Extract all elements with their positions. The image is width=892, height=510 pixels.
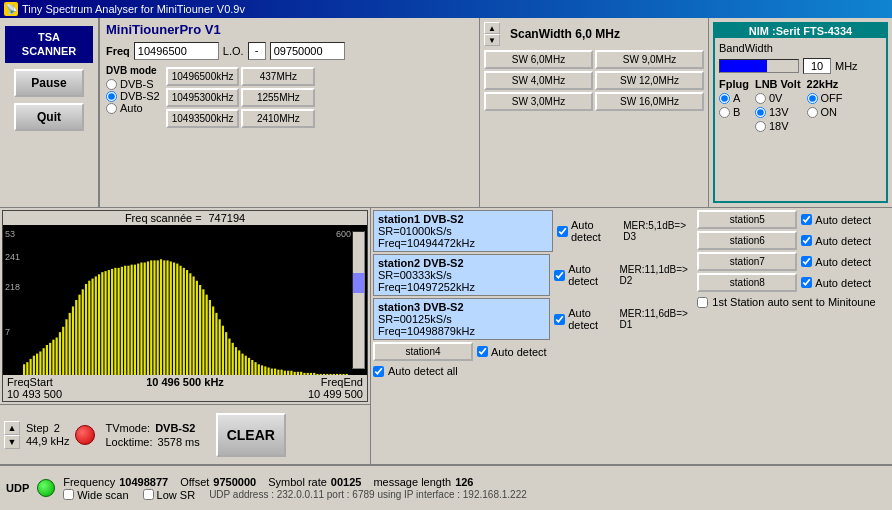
freq-btn-4[interactable]: 10493500kHz (166, 109, 240, 128)
khz22-off-radio[interactable] (807, 93, 818, 104)
tvmode-row: TVmode: DVB-S2 (105, 422, 199, 434)
udp-frequency-label: Frequency (63, 476, 115, 488)
sw-btn-0[interactable]: SW 6,0MHz (484, 50, 593, 69)
freq-end-section: FreqEnd 10 499 500 (308, 376, 363, 400)
khz22-on-row: ON (807, 106, 843, 118)
khz22-off-row: OFF (807, 92, 843, 104)
khz22-on-radio[interactable] (807, 107, 818, 118)
svg-rect-55 (199, 285, 201, 375)
svg-rect-34 (131, 265, 133, 375)
station7-auto-detect-check[interactable] (801, 256, 812, 267)
station7-auto-detect: Auto detect (801, 256, 871, 268)
sw-btn-5[interactable]: SW 16,0MHz (595, 92, 704, 111)
station7-button[interactable]: station7 (697, 252, 797, 271)
station4-button[interactable]: station4 (373, 342, 473, 361)
lnb-18v-radio[interactable] (755, 121, 766, 132)
svg-rect-31 (121, 267, 123, 375)
lnb-13v-radio[interactable] (755, 107, 766, 118)
khz22-col: 22kHz OFF ON (807, 78, 843, 132)
station5-button[interactable]: station5 (697, 210, 797, 229)
scan-arrow-up[interactable]: ▲ (484, 22, 500, 34)
pause-button[interactable]: Pause (14, 69, 84, 97)
station3-row: station3 DVB-S2 SR=00125kS/s Freq=104988… (373, 298, 693, 340)
station3-auto-detect-check[interactable] (554, 314, 565, 325)
locktime-row: Locktime: 3578 ms (105, 436, 199, 448)
scan-arrow-down[interactable]: ▼ (484, 34, 500, 46)
fplug-b-radio[interactable] (719, 107, 730, 118)
station2-row: station2 DVB-S2 SR=00333kS/s Freq=104972… (373, 254, 693, 296)
step-arrow-up[interactable]: ▲ (4, 421, 20, 435)
station2-mer: MER:11,1dB=> D2 (619, 264, 693, 286)
fplug-a-radio[interactable] (719, 93, 730, 104)
freq-btn-2[interactable]: 10495300kHz (166, 88, 240, 107)
wide-scan-check[interactable] (63, 489, 74, 500)
low-sr-check[interactable] (143, 489, 154, 500)
device-title: MiniTiounerPro V1 (106, 22, 473, 37)
scale-top-left: 53 (5, 229, 15, 239)
freq-btn-0[interactable]: 10496500kHz (166, 67, 240, 86)
quit-button[interactable]: Quit (14, 103, 84, 131)
station6-auto-detect-check[interactable] (801, 235, 812, 246)
svg-rect-88 (307, 373, 309, 375)
station8-auto-detect-label: Auto detect (815, 277, 871, 289)
freq-btn-1[interactable]: 437MHz (241, 67, 315, 86)
svg-rect-14 (65, 319, 67, 375)
station1-auto-detect-check[interactable] (557, 226, 568, 237)
svg-rect-45 (166, 260, 168, 375)
freq-center-display: 10 496 500 kHz (146, 376, 224, 400)
svg-rect-19 (82, 289, 84, 375)
station4-auto-detect-label: Auto detect (491, 346, 547, 358)
svg-rect-93 (323, 374, 325, 375)
station8-button[interactable]: station8 (697, 273, 797, 292)
auto-radio[interactable] (106, 103, 117, 114)
lnb-col: LNB Volt 0V 13V 18V (755, 78, 801, 132)
scrollbar-vertical[interactable] (352, 231, 365, 369)
station2-auto-detect-check[interactable] (554, 270, 565, 281)
station5-auto-detect-check[interactable] (801, 214, 812, 225)
auto-detect-all-check[interactable] (373, 366, 384, 377)
lnb-0v-radio[interactable] (755, 93, 766, 104)
step-arrow-down[interactable]: ▼ (4, 435, 20, 449)
fplug-b-row: B (719, 106, 749, 118)
right-stations: station5 Auto detect station6 Auto detec… (697, 210, 890, 462)
svg-rect-18 (78, 295, 80, 375)
sw-btn-1[interactable]: SW 9,0MHz (595, 50, 704, 69)
station5-auto-detect-label: Auto detect (815, 214, 871, 226)
freq-input[interactable] (134, 42, 219, 60)
svg-rect-86 (300, 372, 302, 375)
freq-btn-3[interactable]: 1255MHz (241, 88, 315, 107)
freq-btn-5[interactable]: 2410MHz (241, 109, 315, 128)
svg-rect-11 (56, 338, 58, 376)
tv-mode-section: TVmode: DVB-S2 Locktime: 3578 ms (105, 422, 199, 448)
clear-button[interactable]: CLEAR (216, 413, 286, 457)
lnb-13v-row: 13V (755, 106, 801, 118)
lo-value-input[interactable] (270, 42, 345, 60)
sw-btn-4[interactable]: SW 3,0MHz (484, 92, 593, 111)
svg-rect-64 (228, 339, 230, 375)
station4-auto-detect-check[interactable] (477, 346, 488, 357)
dvb-s-radio[interactable] (106, 79, 117, 90)
step-arrows: ▲ ▼ (4, 421, 20, 449)
svg-rect-17 (75, 300, 77, 375)
station8-auto-detect-check[interactable] (801, 277, 812, 288)
locktime-label: Locktime: (105, 436, 152, 448)
bandwidth-input[interactable] (803, 58, 831, 74)
svg-rect-9 (49, 343, 51, 375)
sw-btn-3[interactable]: SW 12,0MHz (595, 71, 704, 90)
fplug-label: Fplug (719, 78, 749, 90)
udp-label: UDP (6, 482, 29, 494)
sw-btn-2[interactable]: SW 4,0MHz (484, 71, 593, 90)
svg-rect-15 (69, 313, 71, 375)
udp-bottom-row: Wide scan Low SR UDP address : 232.0.0.1… (63, 489, 527, 501)
dvb-s2-radio[interactable] (106, 91, 117, 102)
freq-start-label: FreqStart (7, 376, 62, 388)
scan-width-title: ScanWidth 6,0 MHz (510, 27, 620, 41)
svg-rect-70 (248, 358, 250, 375)
svg-rect-16 (72, 306, 74, 375)
first-station-check[interactable] (697, 297, 708, 308)
svg-rect-51 (186, 270, 188, 375)
svg-rect-82 (287, 371, 289, 375)
udp-msg-len-label: message length (373, 476, 451, 488)
nim-box: NIM :Serit FTS-4334 BandWidth MHz Fplug … (713, 22, 888, 203)
station6-button[interactable]: station6 (697, 231, 797, 250)
